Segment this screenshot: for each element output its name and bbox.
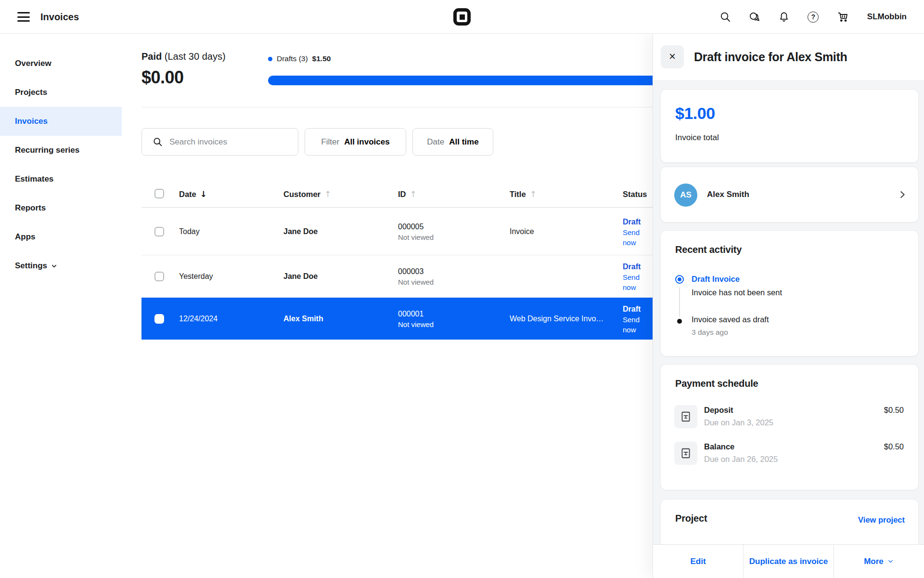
sidebar-item-invoices[interactable]: Invoices [0, 107, 122, 136]
paid-period: (Last 30 days) [162, 51, 225, 62]
filter-button[interactable]: Filter All invoices [305, 128, 406, 156]
customer-card[interactable]: AS Alex Smith [660, 167, 919, 223]
row-status: Draft Send now [623, 261, 653, 292]
send-now-link[interactable]: Send now [623, 227, 653, 247]
row-title: Web Design Service Invo… [510, 315, 603, 323]
panel-header: Draft invoice for Alex Smith [653, 34, 924, 80]
invoice-detail-panel: Draft invoice for Alex Smith $1.00 Invoi… [653, 34, 924, 578]
row-customer: Alex Smith [283, 315, 323, 323]
square-logo-icon[interactable] [453, 8, 471, 26]
drafts-legend: Drafts (3) $1.50 [268, 54, 331, 63]
search-icon[interactable] [719, 11, 731, 23]
column-id[interactable]: ID [398, 189, 417, 199]
chevron-down-icon [51, 263, 58, 270]
project-heading: Project [675, 513, 707, 524]
search-input[interactable] [169, 137, 289, 147]
row-status: Draft Send now [623, 216, 653, 247]
sort-desc-icon [200, 189, 207, 199]
payment-item: Deposit Due on Jan 3, 2025 $0.50 [661, 405, 918, 441]
notifications-icon[interactable] [778, 11, 790, 23]
menu-icon[interactable] [17, 12, 30, 22]
sort-asc-icon [410, 189, 417, 199]
row-status: Draft Send now [623, 303, 653, 334]
payment-item: Balance Due on Jan 26, 2025 $0.50 [661, 442, 918, 478]
sidebar-item-reports[interactable]: Reports [0, 194, 122, 223]
account-menu[interactable]: SLMobbin [867, 12, 907, 22]
send-now-link[interactable]: Send now [623, 272, 653, 292]
status-badge: Draft [623, 261, 653, 272]
drafts-dot-icon [268, 57, 272, 61]
duplicate-as-invoice-button[interactable]: Duplicate as invoice [743, 545, 834, 578]
payment-schedule-card: Payment schedule Deposit Due on Jan 3, 2… [660, 364, 919, 490]
invoices-page: Invoices SLMobbin Overview Projects Invo… [0, 0, 924, 578]
edit-button[interactable]: Edit [653, 545, 743, 578]
help-icon[interactable] [808, 11, 819, 23]
summary-divider [141, 107, 653, 107]
date-label: Date [427, 137, 444, 147]
date-button[interactable]: Date All time [412, 128, 493, 156]
sidebar-item-projects[interactable]: Projects [0, 78, 122, 107]
payment-due-date: Due on Jan 26, 2025 [704, 455, 778, 464]
invoice-row[interactable]: Today Jane Doe 000005 Not viewed Invoice… [141, 208, 653, 255]
recent-activity-card: Recent activity Draft Invoice Invoice ha… [660, 230, 919, 356]
send-now-link[interactable]: Send now [623, 314, 653, 334]
payment-due-date: Due on Jan 3, 2025 [704, 418, 773, 427]
status-badge: Draft [623, 303, 653, 314]
row-customer: Jane Doe [283, 272, 318, 281]
select-all-checkbox[interactable] [154, 189, 164, 198]
avatar: AS [674, 184, 697, 207]
sidebar-item-overview[interactable]: Overview [0, 49, 122, 78]
invoice-row-selected[interactable]: 12/24/2024 Alex Smith 000001 Not viewed … [141, 298, 653, 340]
row-date: Today [179, 227, 200, 236]
row-checkbox[interactable] [154, 314, 164, 324]
invoice-total-card: $1.00 Invoice total [660, 89, 919, 163]
more-button[interactable]: More [834, 545, 924, 578]
row-date: Yesterday [179, 272, 213, 281]
top-bar: Invoices SLMobbin [0, 0, 924, 34]
row-viewed-status: Not viewed [398, 319, 434, 329]
paid-amount: $0.00 [141, 67, 184, 88]
column-status: Status [623, 190, 647, 199]
table-header: Date Customer ID Title Status [141, 181, 653, 208]
sidebar-settings-label: Settings [15, 261, 47, 271]
column-customer[interactable]: Customer [283, 189, 331, 199]
radio-selected-icon [675, 275, 684, 284]
view-project-link[interactable]: View project [858, 515, 905, 525]
invoice-document-icon [674, 405, 697, 428]
activity-event-time: 3 days ago [692, 328, 728, 337]
chevron-down-icon [887, 558, 894, 565]
sidebar-item-apps[interactable]: Apps [0, 223, 122, 251]
payment-amount: $0.50 [884, 406, 904, 415]
paid-summary-label: Paid (Last 30 days) [141, 51, 226, 62]
messages-icon[interactable] [749, 11, 760, 23]
cart-icon[interactable] [837, 11, 848, 23]
sidebar-item-estimates[interactable]: Estimates [0, 165, 122, 194]
row-date: 12/24/2024 [179, 315, 218, 323]
sidebar-item-recurring-series[interactable]: Recurring series [0, 136, 122, 165]
row-id: 000001 Not viewed [398, 308, 434, 329]
invoice-row[interactable]: Yesterday Jane Doe 000003 Not viewed Dra… [141, 255, 653, 298]
row-checkbox[interactable] [154, 227, 164, 236]
sidebar: Overview Projects Invoices Recurring ser… [0, 34, 122, 578]
close-icon[interactable] [661, 45, 684, 68]
chevron-right-icon [897, 189, 908, 200]
activity-event-title[interactable]: Draft Invoice [692, 275, 740, 284]
sidebar-item-settings[interactable]: Settings [0, 251, 122, 280]
drafts-amount: $1.50 [312, 54, 331, 63]
payment-name: Balance [704, 442, 734, 451]
column-title[interactable]: Title [510, 189, 537, 199]
sort-asc-icon [324, 189, 331, 199]
row-title: Invoice [510, 227, 534, 236]
activity-event-title: Invoice saved as draft [692, 315, 769, 324]
sort-asc-icon [530, 189, 537, 199]
activity-event-subtitle: Invoice has not been sent [692, 288, 782, 297]
date-value: All time [449, 137, 478, 147]
paid-label: Paid [141, 51, 162, 62]
payment-schedule-heading: Payment schedule [675, 378, 758, 389]
recent-activity-heading: Recent activity [675, 244, 742, 255]
invoice-document-icon [674, 442, 697, 465]
column-date[interactable]: Date [179, 189, 207, 199]
drafts-progress-bar [268, 76, 653, 85]
row-checkbox[interactable] [154, 272, 164, 281]
status-badge: Draft [623, 216, 653, 227]
